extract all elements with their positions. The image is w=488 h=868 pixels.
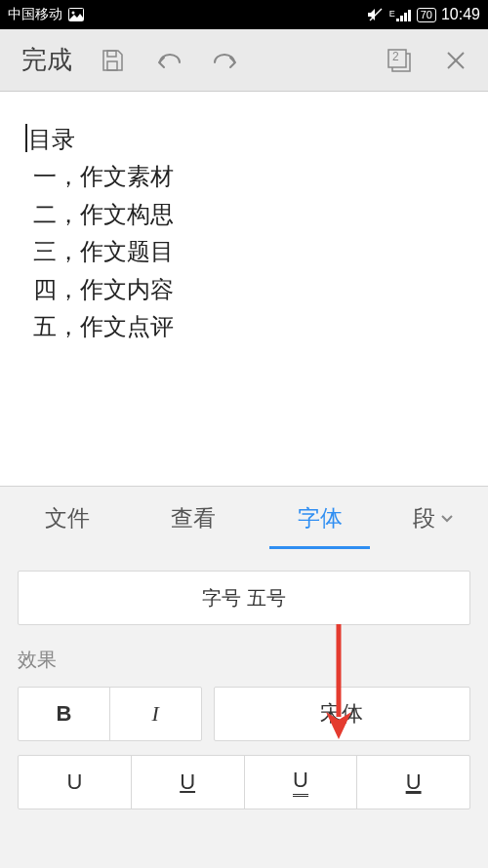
doc-line: 一，作文素材: [33, 158, 463, 195]
font-panel-body: 字号 五号 效果 B I 宋体 U U U U: [0, 549, 488, 809]
carrier: 中国移动: [8, 6, 62, 23]
svg-rect-3: [396, 19, 399, 21]
pages-icon: [386, 47, 413, 74]
underline-bold-button[interactable]: U: [357, 756, 469, 809]
close-icon: [444, 49, 468, 72]
redo-button[interactable]: [201, 36, 250, 85]
tab-file[interactable]: 文件: [4, 487, 130, 549]
battery-icon: 70: [417, 8, 436, 22]
pages-button[interactable]: 2: [375, 36, 424, 85]
done-button[interactable]: 完成: [14, 37, 80, 83]
chevron-down-icon: [439, 510, 455, 526]
save-icon: [100, 48, 125, 73]
doc-line: 五，作文点评: [33, 308, 463, 345]
svg-rect-7: [107, 51, 116, 57]
tab-paragraph-label: 段: [413, 503, 435, 533]
font-size-button[interactable]: 字号 五号: [18, 571, 470, 625]
doc-line-title: 目录: [25, 121, 463, 158]
status-bar: 中国移动 E 70 10:49: [0, 0, 488, 29]
effects-label: 效果: [18, 647, 470, 673]
panel-tabs: 文件 查看 字体 段: [0, 487, 488, 549]
font-family-group: 宋体: [214, 687, 470, 741]
pages-count: 2: [392, 50, 399, 63]
underline-group: U U U U: [18, 755, 470, 809]
tab-paragraph[interactable]: 段: [383, 487, 484, 549]
svg-point-1: [72, 12, 75, 15]
status-right: E 70 10:49: [367, 6, 480, 23]
mute-icon: [367, 7, 385, 22]
clock: 10:49: [441, 6, 480, 23]
signal-icon: [396, 9, 412, 21]
doc-line: 四，作文内容: [33, 271, 463, 308]
bold-button[interactable]: B: [19, 688, 110, 740]
svg-rect-6: [408, 10, 411, 21]
italic-button[interactable]: I: [110, 688, 201, 740]
style-group: B I: [18, 687, 202, 741]
close-button[interactable]: [431, 36, 480, 85]
tab-font[interactable]: 字体: [257, 487, 383, 549]
app-toolbar: 完成 2: [0, 29, 488, 92]
document-editor[interactable]: 目录 一，作文素材 二，作文构思 三，作文题目 四，作文内容 五，作文点评: [0, 92, 488, 486]
undo-button[interactable]: [144, 36, 193, 85]
save-button[interactable]: [88, 36, 137, 85]
doc-line: 三，作文题目: [33, 233, 463, 270]
redo-icon: [211, 49, 240, 72]
doc-line: 二，作文构思: [33, 196, 463, 233]
undo-icon: [154, 49, 183, 72]
underline-single-button[interactable]: U: [132, 756, 245, 809]
font-family-button[interactable]: 宋体: [215, 688, 469, 740]
svg-rect-5: [404, 13, 407, 21]
status-left: 中国移动: [8, 6, 84, 23]
tab-view[interactable]: 查看: [130, 487, 256, 549]
underline-double-button[interactable]: U: [245, 756, 358, 809]
svg-rect-8: [107, 61, 117, 70]
format-panel: 文件 查看 字体 段 字号 五号 效果 B I 宋体 U U U: [0, 486, 488, 809]
network-type: E: [389, 10, 395, 19]
svg-rect-4: [400, 16, 403, 21]
underline-none-button[interactable]: U: [19, 756, 132, 809]
picture-icon: [68, 8, 84, 21]
